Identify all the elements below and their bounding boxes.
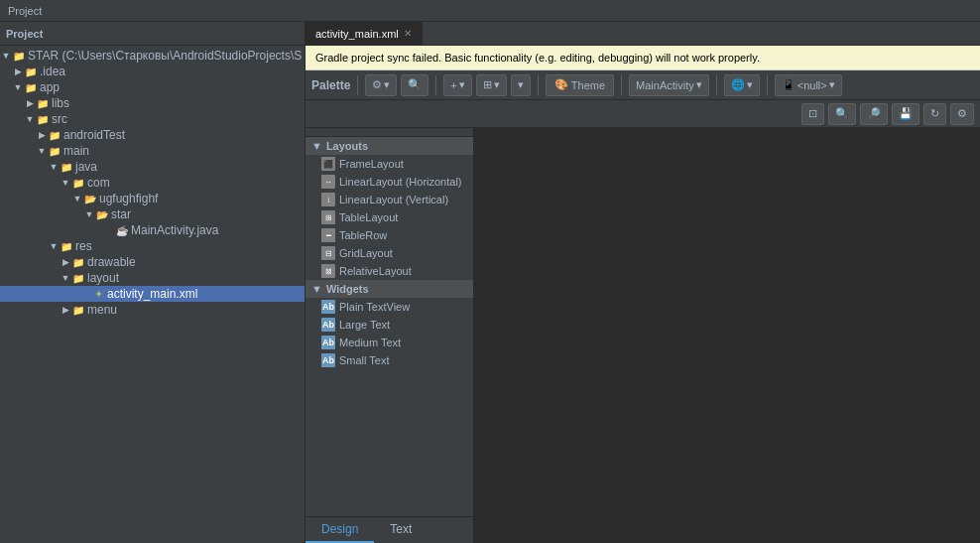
tree-arrow[interactable]: ▶ xyxy=(36,129,48,141)
folder-icon: 📁 xyxy=(60,160,73,174)
text-tab-label: Text xyxy=(390,522,412,536)
separator xyxy=(357,75,358,95)
layouts-section[interactable]: ▼ Layouts xyxy=(306,137,473,155)
palette-item-tablelayout[interactable]: ⊞ TableLayout xyxy=(306,208,473,226)
tree-item-star[interactable]: ▼ 📁 STAR (C:\Users\Старковы\AndroidStudi… xyxy=(0,48,305,64)
design-toolbar: Palette ⚙ ▾ 🔍 + ▾ ⊞ ▾ ▾ xyxy=(306,70,980,100)
tree-item-src[interactable]: ▼ 📁 src xyxy=(0,111,305,127)
tree-item-layout[interactable]: ▼ 📁 layout xyxy=(0,270,305,286)
palette-item-label: Large Text xyxy=(339,319,390,331)
tablerow-icon: ━ xyxy=(321,228,335,242)
tab-label: activity_main.xml xyxy=(315,28,399,40)
tree-arrow[interactable]: ▼ xyxy=(12,81,24,93)
palette-item-large-text[interactable]: Ab Large Text xyxy=(306,316,473,334)
more-icon: ⚙ xyxy=(957,107,967,120)
save-button[interactable]: 💾 xyxy=(892,103,919,125)
zoom-out-button[interactable]: 🔎 xyxy=(860,103,888,125)
warning-bar: Gradle project sync failed. Basic functi… xyxy=(306,46,980,70)
tree-label: ugfughfighf xyxy=(99,192,158,205)
settings-button[interactable]: ⚙ ▾ xyxy=(365,74,397,96)
tree-item-menu[interactable]: ▶ 📁 menu xyxy=(0,302,305,318)
palette-item-linearlayout-v[interactable]: ↕ LinearLayout (Vertical) xyxy=(306,191,473,208)
tree-item-app[interactable]: ▼ 📁 app xyxy=(0,79,305,95)
tree-item-androidtest[interactable]: ▶ 📁 androidTest xyxy=(0,127,305,143)
tree-arrow[interactable]: ▼ xyxy=(48,161,60,173)
tree-item-main[interactable]: ▼ 📁 main xyxy=(0,143,305,159)
tree-item-idea[interactable]: ▶ 📁 .idea xyxy=(0,64,305,79)
xml-icon: ✦ xyxy=(91,287,105,301)
tree-label: menu xyxy=(87,303,117,317)
tab-design[interactable]: Design xyxy=(306,517,374,543)
search-icon: 🔍 xyxy=(408,78,422,91)
textview-icon: Ab xyxy=(321,300,335,314)
globe-arrow: ▾ xyxy=(747,78,753,91)
more-button[interactable]: ⚙ xyxy=(950,103,974,125)
refresh-button[interactable]: ↻ xyxy=(923,103,946,125)
design-canvas[interactable] xyxy=(474,128,980,543)
project-panel-title: Project xyxy=(6,28,43,40)
folder-icon: 📁 xyxy=(71,303,85,317)
tree-item-java[interactable]: ▼ 📁 java xyxy=(0,159,305,175)
warning-text: Gradle project sync failed. Basic functi… xyxy=(315,52,760,64)
java-icon: ☕ xyxy=(115,223,129,237)
tree-item-com[interactable]: ▼ 📁 com xyxy=(0,175,305,191)
tree-arrow[interactable]: ▼ xyxy=(60,177,71,189)
palette-item-medium-text[interactable]: Ab Medium Text xyxy=(306,334,473,351)
palette-item-label: Medium Text xyxy=(339,337,401,348)
tree-item-libs[interactable]: ▶ 📁 libs xyxy=(0,95,305,111)
tree-arrow[interactable]: ▶ xyxy=(12,66,24,77)
tree-item-drawable[interactable]: ▶ 📁 drawable xyxy=(0,254,305,270)
tree-label: layout xyxy=(87,271,119,285)
tree-item-ugfughfighf[interactable]: ▼ 📂 ugfughfighf xyxy=(0,191,305,206)
project-tree[interactable]: ▼ 📁 STAR (C:\Users\Старковы\AndroidStudi… xyxy=(0,46,305,543)
tree-arrow[interactable]: ▼ xyxy=(0,50,12,62)
large-text-icon: Ab xyxy=(321,318,335,332)
tab-bar: activity_main.xml ✕ xyxy=(306,22,980,46)
widgets-section[interactable]: ▼ Widgets xyxy=(306,280,473,298)
settings-arrow: ▾ xyxy=(384,78,390,91)
tree-label: app xyxy=(40,80,60,94)
add-button[interactable]: + ▾ xyxy=(443,74,471,96)
tree-arrow[interactable]: ▼ xyxy=(71,193,83,204)
tree-item-mainactivity[interactable]: ☕ MainActivity.java xyxy=(0,222,305,238)
device-dropdown[interactable]: 📱 <null> ▾ xyxy=(775,74,842,96)
palette-item-label: TableLayout xyxy=(339,211,398,223)
view-button[interactable]: ⊞ ▾ xyxy=(476,74,507,96)
zoom-fit-button[interactable]: ⊡ xyxy=(801,103,824,125)
tree-item-star-folder[interactable]: ▼ 📂 star xyxy=(0,206,305,222)
linearlayout-v-icon: ↕ xyxy=(321,193,335,206)
tree-item-activity-main-xml[interactable]: ✦ activity_main.xml xyxy=(0,286,305,302)
tab-text[interactable]: Text xyxy=(374,517,428,543)
tree-item-res[interactable]: ▼ 📁 res xyxy=(0,238,305,254)
tree-arrow[interactable]: ▼ xyxy=(36,145,48,157)
palette-item-label: Small Text xyxy=(339,354,390,366)
palette-item-label: TableRow xyxy=(339,229,387,241)
theme-button[interactable]: 🎨 Theme xyxy=(546,74,614,96)
tree-arrow[interactable]: ▼ xyxy=(60,272,71,284)
dropdown-button[interactable]: ▾ xyxy=(511,74,531,96)
close-icon[interactable]: ✕ xyxy=(404,28,412,39)
globe-button[interactable]: 🌐 ▾ xyxy=(724,74,760,96)
tree-arrow[interactable]: ▶ xyxy=(60,256,71,268)
tree-arrow[interactable]: ▼ xyxy=(83,208,95,220)
tree-arrow[interactable]: ▶ xyxy=(60,304,71,316)
tree-label: androidTest xyxy=(63,128,125,142)
tree-arrow[interactable]: ▼ xyxy=(24,113,36,125)
activity-dropdown[interactable]: MainActivity ▾ xyxy=(629,74,709,96)
palette-item-tablerow[interactable]: ━ TableRow xyxy=(306,226,473,244)
search-button[interactable]: 🔍 xyxy=(401,74,429,96)
palette-item-small-text[interactable]: Ab Small Text xyxy=(306,351,473,369)
palette-item-linearlayout-h[interactable]: ↔ LinearLayout (Horizontal) xyxy=(306,173,473,191)
tree-label: libs xyxy=(52,96,69,110)
zoom-in-button[interactable]: 🔍 xyxy=(828,103,856,125)
tab-activity-main-xml[interactable]: activity_main.xml ✕ xyxy=(306,22,423,45)
palette-item-framelayout[interactable]: ⬛ FrameLayout xyxy=(306,155,473,173)
palette-item-relativelayout[interactable]: ⊠ RelativeLayout xyxy=(306,262,473,280)
palette-item-plain-textview[interactable]: Ab Plain TextView xyxy=(306,298,473,316)
palette-item-gridlayout[interactable]: ⊟ GridLayout xyxy=(306,244,473,262)
tree-arrow xyxy=(103,224,115,236)
folder-blue-icon: 📂 xyxy=(95,207,109,221)
tree-arrow[interactable]: ▼ xyxy=(48,240,60,252)
tree-label: res xyxy=(75,239,92,253)
tree-arrow[interactable]: ▶ xyxy=(24,97,36,109)
